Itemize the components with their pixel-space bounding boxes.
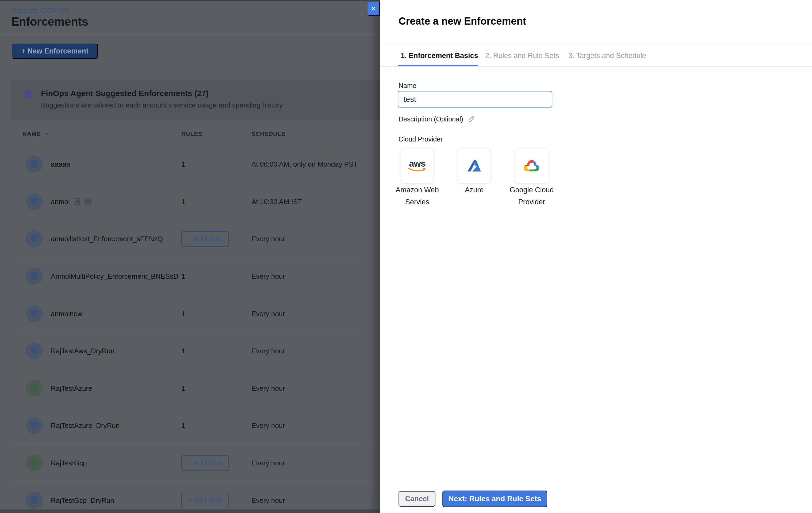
add-rule-label: + Add Rule [188, 235, 222, 243]
shield-check-icon [29, 197, 39, 207]
cancel-button[interactable]: Cancel [399, 491, 435, 507]
azure-logo-icon [466, 158, 482, 174]
provider-label-gcp: Google Cloud Provider [502, 184, 561, 208]
provider-label-azure: Azure [445, 184, 503, 196]
rules-count: 1 [181, 160, 185, 169]
linked-doc-icons [74, 198, 91, 206]
enforcement-name: anmolnew [51, 310, 83, 318]
tab-rules-and-rule-sets[interactable]: 2. Rules and Rule Sets [485, 52, 559, 60]
rules-count: 1 [181, 384, 185, 392]
column-header-rules: RULES [181, 131, 202, 138]
provider-label-aws: Amazon Web Servies [388, 184, 447, 208]
table-row[interactable]: anmollisttest_Enforcement_sFENzQ + Add R… [11, 220, 390, 258]
shield-check-icon [29, 383, 39, 394]
schedule-text: Every hour [252, 496, 285, 505]
table-row[interactable]: RajTestAws_DryRun 1 Every hour [11, 333, 390, 370]
app-root: Account: CCM-NG Enforcements + New Enfor… [0, 0, 812, 513]
enforcement-name: aaaaa [51, 160, 70, 169]
table-bottom-edge [0, 510, 380, 513]
enforcement-name: RajTestAws_DryRun [51, 347, 114, 355]
enforcement-avatar [26, 193, 43, 210]
provider-card-aws[interactable]: aws [401, 148, 434, 183]
shield-check-icon [29, 309, 39, 319]
finops-suggestions-subtitle: Suggestions are tailored to each account… [41, 101, 283, 109]
shield-check-icon [29, 346, 39, 356]
shield-check-icon [29, 271, 39, 281]
enforcement-avatar [26, 380, 43, 397]
rules-count: 1 [181, 422, 185, 430]
rules-count: 1 [181, 347, 185, 355]
enforcement-name: RajTestAzure_DryRun [51, 422, 120, 430]
provider-card-gcp[interactable] [515, 148, 548, 183]
close-drawer-button[interactable] [367, 1, 380, 16]
breadcrumb[interactable]: Account: CCM-NG [12, 6, 69, 15]
cloud-provider-label: Cloud Provider [399, 135, 443, 143]
shield-check-icon [29, 421, 39, 431]
finops-agent-icon: ❋ [23, 88, 33, 101]
rules-count: 1 [181, 197, 185, 206]
shield-check-icon [29, 234, 39, 244]
add-rule-button[interactable]: + Add Rule [181, 231, 229, 247]
text-cursor [417, 95, 417, 104]
page-title: Enforcements [11, 15, 88, 28]
column-header-name-label: NAME [23, 131, 41, 138]
column-header-name[interactable]: NAME [23, 131, 49, 138]
enforcement-avatar [26, 342, 43, 360]
enforcement-avatar [26, 268, 43, 285]
shield-check-icon [29, 159, 39, 169]
shield-check-icon [29, 495, 39, 506]
enforcement-name: RajTestAzure [51, 384, 92, 392]
description-label: Description (Optional) [399, 115, 463, 123]
table-row[interactable]: aaaaa 1 At 06:00 AM, only on Monday PST [11, 146, 390, 183]
document-icon [74, 198, 81, 206]
schedule-text: At 06:00 AM, only on Monday PST [252, 160, 357, 169]
enforcement-name: AnmolMultiPolicy_Enforcement_BNESsD [51, 272, 178, 281]
edit-pencil-icon[interactable] [467, 115, 475, 123]
close-icon [370, 5, 377, 12]
name-input-value: test [404, 95, 416, 104]
schedule-text: Every hour [252, 459, 285, 467]
enforcement-avatar [26, 156, 43, 173]
next-rules-button[interactable]: Next: Rules and Rule Sets [442, 490, 547, 507]
shield-check-icon [29, 458, 39, 468]
finops-suggestions-title: FinOps Agent Suggested Enforcements (27) [41, 89, 209, 98]
enforcement-name: anmol [51, 197, 70, 206]
gcp-logo-icon [522, 158, 541, 174]
schedule-text: At 10:30 AM IST [252, 197, 302, 206]
enforcement-name-cell: RajTestAzure_DryRun [51, 422, 124, 430]
rules-count: 1 [181, 272, 185, 281]
column-header-schedule: SCHEDULE [252, 131, 285, 138]
add-rule-button[interactable]: + Add Rule [181, 493, 229, 508]
table-row[interactable]: anmol 1 At 10:30 AM IST [11, 183, 390, 221]
document-icon [85, 198, 91, 206]
table-row[interactable]: RajTestAzure 1 Every hour [11, 370, 390, 407]
table-row[interactable]: RajTestGcp + Add Rule Every hour [11, 445, 390, 482]
add-rule-button[interactable]: + Add Rule [181, 455, 229, 471]
aws-smile-icon [408, 167, 427, 172]
schedule-text: Every hour [252, 384, 285, 392]
enforcement-name-cell: AnmolMultiPolicy_Enforcement_BNESsD [51, 272, 183, 281]
rules-count: 1 [181, 310, 185, 318]
table-row[interactable]: AnmolMultiPolicy_Enforcement_BNESsD 1 Ev… [11, 258, 390, 295]
table-row[interactable]: RajTestAzure_DryRun 1 Every hour [11, 407, 390, 445]
table-row[interactable]: anmolnew 1 Every hour [11, 295, 390, 333]
new-enforcement-button[interactable]: + New Enforcement [12, 43, 98, 59]
schedule-text: Every hour [252, 272, 285, 281]
tab-enforcement-basics[interactable]: 1. Enforcement Basics [401, 52, 478, 60]
finops-suggestions-card: ❋ FinOps Agent Suggested Enforcements (2… [11, 80, 391, 121]
enforcement-rows: aaaaa 1 At 06:00 AM, only on Monday PST … [11, 146, 390, 513]
name-input[interactable]: test [398, 91, 552, 108]
schedule-text: Every hour [252, 422, 285, 430]
table-row[interactable]: RajTestGcp_DryRun + Add Rule Every hour [11, 482, 390, 513]
schedule-text: Every hour [252, 347, 285, 355]
provider-card-azure[interactable] [458, 148, 491, 183]
add-rule-label: + Add Rule [188, 496, 222, 505]
enforcement-name-cell: RajTestAws_DryRun [51, 347, 119, 355]
enforcement-avatar [26, 230, 43, 248]
enforcement-name-cell: RajTestAzure [51, 384, 96, 392]
enforcement-name: RajTestGcp_DryRun [51, 496, 114, 505]
add-rule-label: + Add Rule [188, 459, 222, 467]
sort-descending-icon [45, 133, 49, 135]
tab-targets-and-schedule[interactable]: 3. Targets and Schedule [568, 52, 646, 60]
enforcement-name: RajTestGcp [51, 459, 87, 467]
